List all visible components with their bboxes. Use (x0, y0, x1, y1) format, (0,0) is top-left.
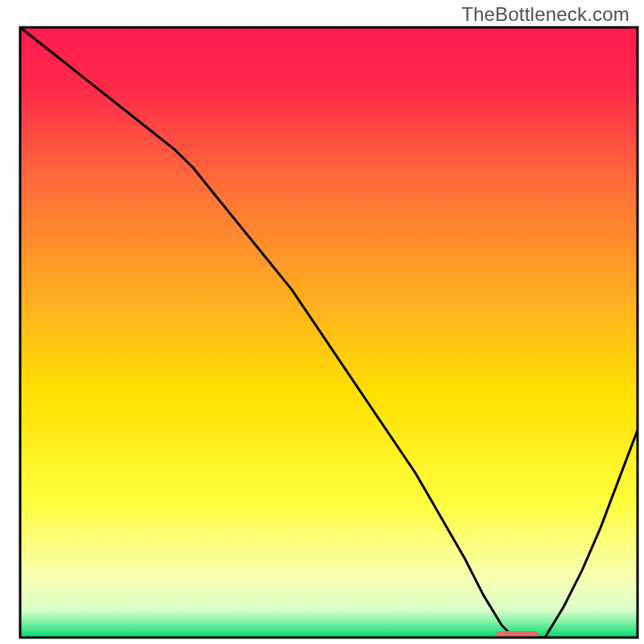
optimal-range-marker (496, 631, 539, 641)
bottleneck-chart (0, 0, 644, 644)
gradient-background (20, 27, 638, 638)
chart-container: { "watermark": "TheBottleneck.com", "cha… (0, 0, 644, 644)
watermark-text: TheBottleneck.com (461, 3, 630, 26)
